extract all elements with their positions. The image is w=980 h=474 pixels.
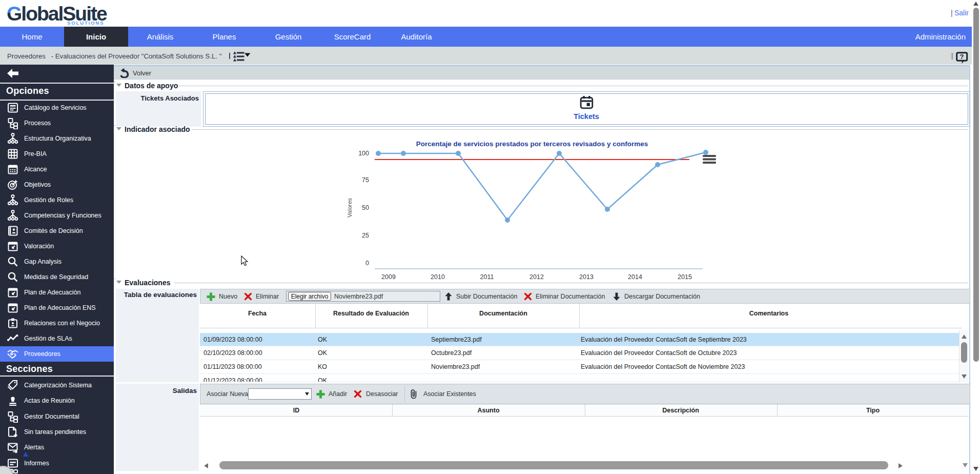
svg-text:?: ? — [960, 53, 964, 61]
svg-text:2014: 2014 — [628, 273, 642, 281]
svg-text:2013: 2013 — [579, 273, 594, 281]
svg-text:25: 25 — [362, 232, 369, 239]
svg-text:0: 0 — [365, 260, 369, 267]
svg-text:Valores: Valores — [346, 198, 353, 218]
svg-text:2015: 2015 — [678, 273, 692, 281]
svg-text:100: 100 — [358, 150, 369, 157]
svg-text:2012: 2012 — [529, 273, 544, 281]
svg-text:Porcentaje de servicios presta: Porcentaje de servicios prestados por te… — [416, 140, 648, 148]
svg-text:75: 75 — [362, 176, 369, 184]
svg-text:2011: 2011 — [480, 273, 494, 281]
svg-text:2010: 2010 — [431, 273, 445, 281]
svg-text:50: 50 — [362, 204, 369, 211]
svg-text:2009: 2009 — [381, 273, 396, 281]
